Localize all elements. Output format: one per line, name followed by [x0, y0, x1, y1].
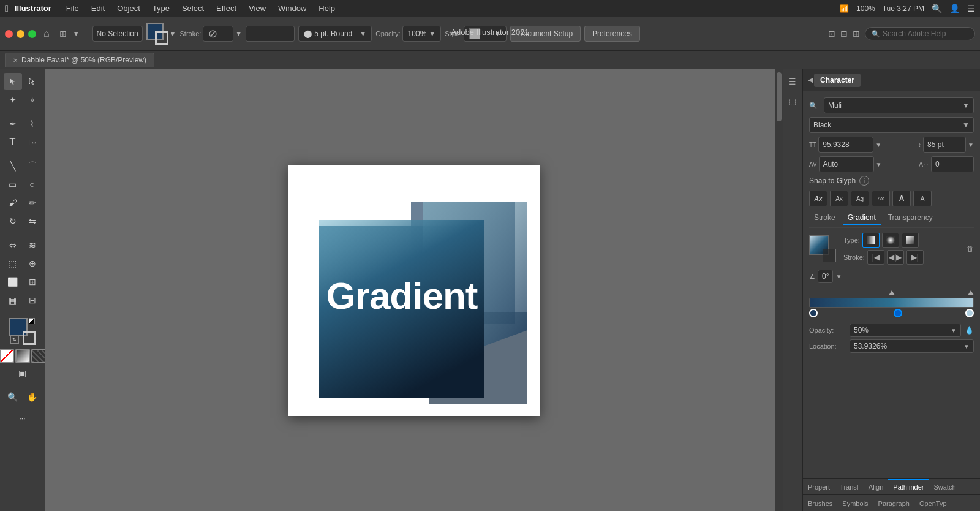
- text-style-btn-4[interactable]: A: [892, 191, 911, 206]
- gradient-swatch[interactable]: [15, 349, 30, 363]
- zoom-tool[interactable]: 🔍: [4, 388, 22, 406]
- font-family-selector[interactable]: Muli ▼: [824, 97, 974, 113]
- maximize-button[interactable]: [28, 30, 36, 38]
- symbols-tab[interactable]: Symbols: [837, 495, 873, 511]
- apple-icon[interactable]: : [5, 3, 9, 14]
- kerning-input[interactable]: Auto: [819, 156, 874, 172]
- stroke-size-arrow[interactable]: ▼: [360, 30, 366, 37]
- menu-help[interactable]: Help: [314, 2, 340, 14]
- swap-colors-btn[interactable]: ⇅: [10, 335, 19, 344]
- workspace-arrow[interactable]: ▼: [73, 30, 80, 37]
- rotate-tool[interactable]: ↻: [4, 213, 22, 230]
- default-colors-btn[interactable]: [29, 318, 35, 324]
- search-input[interactable]: [883, 29, 968, 38]
- selection-tool[interactable]: [4, 73, 22, 90]
- type-touch-tool[interactable]: T↔: [23, 134, 42, 151]
- stroke-color-swatch[interactable]: [23, 331, 36, 345]
- width-tool[interactable]: ⇔: [4, 237, 22, 254]
- reflect-tool[interactable]: ⇆: [23, 213, 42, 230]
- angle-field[interactable]: 0°: [818, 270, 833, 283]
- gradient-stroke-swatch[interactable]: [823, 249, 836, 262]
- stroke-size-selector[interactable]: ⬤ 5 pt. Round ▼: [298, 26, 372, 42]
- properties-icon[interactable]: ☰: [785, 74, 800, 89]
- home-icon[interactable]: ⌂: [43, 28, 50, 39]
- shape-builder[interactable]: ⊕: [23, 255, 42, 272]
- radial-gradient-btn[interactable]: [882, 233, 899, 248]
- workspace-icon[interactable]: ⊞: [59, 29, 67, 39]
- freeform-gradient-btn[interactable]: [902, 233, 919, 248]
- magic-wand-tool[interactable]: ✦: [4, 91, 22, 108]
- pen-tool[interactable]: ✒: [4, 115, 22, 132]
- gradient-tool[interactable]: ▦: [4, 292, 22, 309]
- snap-info-icon[interactable]: i: [859, 176, 869, 186]
- arrange-icon[interactable]: ⊡: [828, 29, 835, 39]
- stroke-outside-btn[interactable]: ▶|: [907, 250, 924, 265]
- gradient-top-stop-right[interactable]: [968, 290, 974, 295]
- more-icon[interactable]: ⊞: [853, 29, 860, 39]
- search-icon[interactable]: 🔍: [932, 4, 942, 13]
- stroke-arrow[interactable]: ▼: [235, 30, 242, 37]
- scrollbar-thumb-v[interactable]: [777, 72, 782, 121]
- stroke-swatch[interactable]: [155, 31, 168, 45]
- font-size-input[interactable]: 95.9328: [818, 137, 873, 153]
- rectangle-tool[interactable]: ▭: [4, 176, 22, 193]
- opacity-arrow[interactable]: ▼: [429, 30, 435, 37]
- pathfinder-tab[interactable]: Pathfinder: [888, 479, 929, 494]
- menu-effect[interactable]: Effect: [211, 2, 241, 14]
- stroke-tab[interactable]: Stroke: [809, 211, 840, 225]
- curvature-tool[interactable]: ⌇: [23, 115, 42, 132]
- transform-tab[interactable]: Transf: [835, 479, 864, 494]
- paragraph-tab[interactable]: Paragraph: [873, 495, 914, 511]
- kerning-arrow[interactable]: ▼: [876, 161, 882, 168]
- text-style-btn-1[interactable]: Ax: [830, 191, 848, 206]
- text-style-btn-5[interactable]: A: [913, 191, 932, 206]
- line-height-arrow[interactable]: ▼: [968, 142, 974, 148]
- gradient-bar[interactable]: [809, 298, 974, 308]
- delete-stop-btn[interactable]: 🗑: [967, 244, 974, 253]
- layers-icon[interactable]: ⬚: [785, 94, 800, 108]
- perspective-grid[interactable]: ⬜: [4, 273, 22, 290]
- minimize-button[interactable]: [17, 30, 24, 38]
- opacity-value-field[interactable]: 50% ▼: [850, 324, 961, 337]
- swatch-tab[interactable]: Swatch: [929, 479, 960, 494]
- ellipse-tool[interactable]: ○: [23, 176, 42, 193]
- arc-tool[interactable]: ⌒: [23, 157, 42, 175]
- brushes-tab[interactable]: Brushes: [803, 495, 837, 511]
- mesh-tool[interactable]: ⊞: [23, 273, 42, 290]
- color-pair[interactable]: ▼: [146, 23, 176, 45]
- opacity-field[interactable]: 100% ▼: [402, 26, 442, 42]
- stroke-inside-btn[interactable]: |◀: [867, 250, 884, 265]
- gradient-stop-left[interactable]: [809, 309, 818, 317]
- font-size-arrow[interactable]: ▼: [875, 142, 881, 148]
- pattern-swatch[interactable]: [31, 349, 46, 363]
- user-icon[interactable]: 👤: [949, 4, 960, 13]
- gradient-tab[interactable]: Gradient: [843, 211, 881, 225]
- mesh-tool2[interactable]: ⊟: [23, 292, 42, 309]
- color-dropdown-arrow[interactable]: ▼: [170, 30, 176, 37]
- document-tab[interactable]: ✕ Dabble Fav.ai* @ 50% (RGB/Preview): [5, 53, 154, 67]
- character-panel-tab[interactable]: Character: [814, 74, 861, 87]
- pencil-tool[interactable]: ✏: [23, 194, 42, 211]
- screen-mode-btn[interactable]: ▣: [13, 365, 32, 382]
- menu-select[interactable]: Select: [177, 2, 209, 14]
- type-tool[interactable]: T: [4, 134, 22, 151]
- hamburger-icon[interactable]: ☰: [967, 4, 975, 13]
- line-tool[interactable]: ╲: [4, 157, 22, 175]
- opacity-eyedropper[interactable]: 💧: [965, 326, 974, 335]
- opentype-tab[interactable]: OpenTyp: [914, 495, 952, 511]
- more-tools[interactable]: ···: [17, 412, 28, 425]
- angle-arrow[interactable]: ▼: [835, 273, 842, 280]
- location-value-field[interactable]: 53.9326% ▼: [850, 339, 974, 353]
- menu-edit[interactable]: Edit: [86, 2, 110, 14]
- paintbrush-tool[interactable]: 🖌: [4, 194, 22, 211]
- text-style-btn-2[interactable]: Ag: [851, 191, 869, 206]
- lasso-tool[interactable]: ⌖: [23, 91, 42, 108]
- font-style-selector[interactable]: Black ▼: [809, 117, 974, 133]
- align-icon[interactable]: ⊟: [840, 29, 848, 39]
- gradient-stop-center[interactable]: [894, 309, 902, 317]
- align-tab[interactable]: Align: [864, 479, 888, 494]
- gradient-top-stop-left[interactable]: [889, 290, 895, 295]
- warp-tool[interactable]: ≋: [23, 237, 42, 254]
- linear-gradient-btn[interactable]: [862, 233, 880, 248]
- tracking-input[interactable]: 0: [931, 156, 974, 172]
